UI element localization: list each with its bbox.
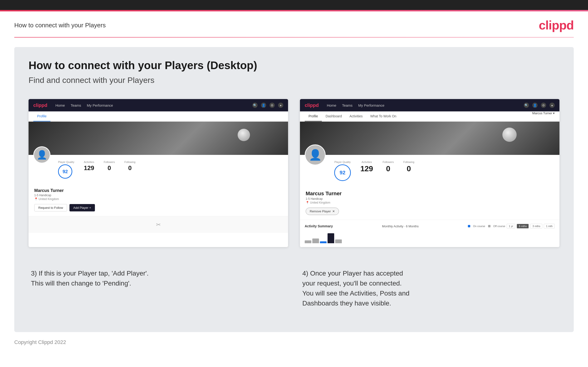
time-3mths-button[interactable]: 3 mths	[530, 224, 542, 228]
right-navbar: clippd Home Teams My Performance 🔍 👤 ⚙ ●	[300, 99, 560, 111]
footer-copyright: Copyright Clippd 2022	[14, 339, 66, 345]
tab-profile-right[interactable]: Profile	[305, 111, 322, 121]
left-following-value: 0	[124, 164, 135, 172]
caption-right-line4: Dashboards they have visible.	[302, 298, 557, 308]
right-app-logo: clippd	[305, 103, 319, 108]
left-followers-stat: Followers 0	[104, 161, 115, 172]
right-following-label: Following	[403, 161, 414, 163]
search-icon[interactable]: 🔍	[252, 103, 258, 108]
header-divider	[14, 37, 574, 38]
right-player-location: 📍 United Kingdom	[306, 201, 554, 204]
off-course-label: Off course	[493, 225, 505, 228]
right-settings-icon[interactable]: ⚙	[541, 103, 546, 108]
chart-bar-1	[305, 240, 311, 243]
right-followers-value: 0	[382, 164, 394, 173]
request-follow-button[interactable]: Request to Follow	[34, 204, 67, 211]
left-nav-teams[interactable]: Teams	[71, 103, 81, 107]
screenshot-left: clippd Home Teams My Performance 🔍 👤 ⚙ ●…	[28, 99, 288, 247]
right-activities-stat: Activities 129	[360, 161, 373, 173]
remove-x-icon: ✕	[332, 209, 335, 213]
activity-header: Activity Summary Monthly Activity · 6 Mo…	[305, 224, 555, 228]
chart-bar-5	[335, 239, 342, 243]
right-player-handicap: 1-5 Handicap	[306, 197, 554, 200]
caption-right-line1: 4) Once your Player has accepted	[302, 268, 557, 278]
left-activities-value: 129	[84, 164, 94, 172]
left-activities-stat: Activities 129	[84, 161, 94, 172]
caption-right: 4) Once your Player has accepted your re…	[300, 261, 560, 308]
main-title: How to connect with your Players (Deskto…	[28, 59, 560, 72]
left-profile-bottom: ✂	[28, 216, 288, 233]
left-profile-hero	[28, 122, 288, 155]
time-1yr-button[interactable]: 1 yr	[507, 224, 515, 228]
settings-icon[interactable]: ⚙	[269, 103, 275, 108]
right-profile-icon[interactable]: 👤	[532, 103, 537, 108]
right-nav-teams[interactable]: Teams	[342, 103, 353, 107]
right-profile-stats: Player Quality 92 Activities 129 Followe…	[306, 159, 554, 181]
left-tabs: Profile	[28, 111, 288, 122]
left-navbar: clippd Home Teams My Performance 🔍 👤 ⚙ ●	[28, 99, 288, 111]
off-course-dot	[488, 225, 491, 227]
tab-dashboard[interactable]: Dashboard	[322, 111, 346, 121]
left-following-stat: Following 0	[124, 161, 135, 172]
left-nav-home[interactable]: Home	[55, 103, 65, 107]
right-quality-stat: Player Quality 92	[334, 161, 351, 181]
tab-activities[interactable]: Activities	[346, 111, 366, 121]
remove-player-button[interactable]: Remove Player ✕	[306, 208, 339, 215]
right-profile-info: 👤 Player Quality 92 Activities 129 Follo…	[300, 155, 560, 220]
chart-bar-2	[312, 239, 319, 243]
right-nav-home[interactable]: Home	[327, 103, 336, 107]
left-quality-circle: 92	[58, 164, 72, 179]
caption-right-line3: You will see the Activities, Posts and	[302, 288, 557, 298]
add-player-button[interactable]: Add Player +	[69, 204, 95, 211]
screenshot-right: clippd Home Teams My Performance 🔍 👤 ⚙ ●…	[300, 99, 560, 247]
caption-left-line2: This will then change to 'Pending'.	[31, 278, 286, 288]
player-dropdown[interactable]: Marcus Turner ▾	[532, 111, 555, 121]
golf-ball-left	[238, 129, 250, 141]
activity-legend: On course Off course	[468, 225, 505, 228]
tab-profile-left[interactable]: Profile	[33, 111, 51, 121]
user-circle-icon[interactable]: ●	[278, 103, 283, 108]
screenshots-row: clippd Home Teams My Performance 🔍 👤 ⚙ ●…	[28, 99, 560, 247]
right-user-icon[interactable]: ●	[549, 103, 555, 108]
time-1mth-button[interactable]: 1 mth	[544, 224, 555, 228]
right-followers-label: Followers	[382, 161, 394, 163]
right-quality-circle: 92	[334, 164, 351, 181]
left-followers-label: Followers	[104, 161, 115, 163]
time-6mths-button[interactable]: 6 mths	[517, 224, 529, 228]
caption-right-line2: your request, you'll be connected.	[302, 278, 557, 288]
tab-what-to-work-on[interactable]: What To Work On	[366, 111, 400, 121]
page-header: How to connect with your Players clippd	[0, 11, 588, 37]
on-course-label: On course	[473, 225, 485, 228]
left-followers-value: 0	[104, 164, 115, 172]
right-tabs: Profile Dashboard Activities What To Wor…	[300, 111, 560, 122]
right-search-icon[interactable]: 🔍	[524, 103, 529, 108]
right-avatar: 👤	[305, 144, 326, 165]
right-player-name: Marcus Turner	[306, 191, 554, 197]
right-nav-performance[interactable]: My Performance	[358, 103, 384, 107]
right-activities-value: 129	[360, 164, 373, 173]
left-hero-image	[28, 122, 288, 155]
main-subtitle: Find and connect with your Players	[28, 75, 560, 85]
left-following-label: Following	[124, 161, 135, 163]
left-quality-stat: Player Quality 92	[58, 161, 74, 179]
left-player-name-section: Marcus Turner 1-5 Handicap 📍 United King…	[34, 188, 282, 201]
right-following-value: 0	[403, 164, 414, 173]
left-activities-label: Activities	[84, 161, 94, 163]
right-followers-stat: Followers 0	[382, 161, 394, 173]
right-profile-buttons: Remove Player ✕	[306, 208, 554, 215]
left-nav-performance[interactable]: My Performance	[87, 103, 113, 107]
on-course-dot	[468, 225, 470, 227]
right-activities-label: Activities	[360, 161, 373, 163]
main-content: How to connect with your Players (Deskto…	[14, 47, 574, 332]
right-avatar-person-icon: 👤	[309, 149, 322, 161]
left-profile-info: 👤 Player Quality 92 Activities 129 Follo…	[28, 155, 288, 216]
chart-bar-3	[320, 241, 327, 243]
left-profile-stats: Player Quality 92 Activities 129 Followe…	[34, 159, 282, 179]
profile-icon[interactable]: 👤	[261, 103, 266, 108]
avatar-person-icon: 👤	[37, 150, 47, 160]
left-player-name: Marcus Turner	[34, 188, 282, 193]
right-profile-hero	[300, 122, 560, 155]
left-profile-buttons: Request to Follow Add Player +	[34, 204, 282, 211]
left-avatar: 👤	[33, 146, 51, 163]
scissors-icon: ✂	[156, 221, 161, 228]
